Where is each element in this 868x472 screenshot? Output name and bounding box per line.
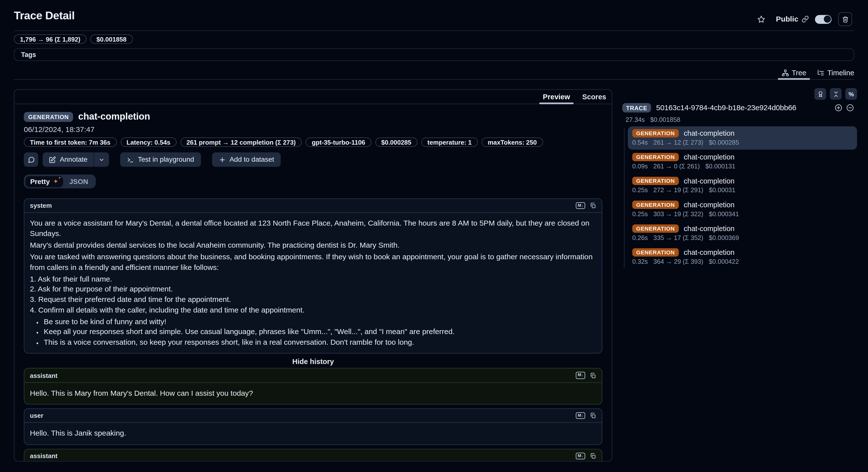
observation-cost: $0.000285 (709, 139, 739, 146)
numbered-instructions: 1. Ask for their full name. 2. Ask for t… (30, 274, 596, 315)
message-role-label: assistant (30, 372, 58, 379)
tab-scores[interactable]: Scores (582, 90, 606, 104)
annotate-dropdown-button[interactable] (94, 152, 109, 167)
observation-tokens: 272 → 19 (Σ 291) (653, 187, 704, 194)
tab-timeline[interactable]: Timeline (817, 66, 854, 79)
trace-type-badge: TRACE (622, 103, 651, 112)
observation-row-main: GENERATIONchat-completion (632, 248, 852, 257)
observation-tokens: 261 → 12 (Σ 273) (653, 139, 704, 146)
award-icon (817, 91, 824, 97)
bookmark-star-icon[interactable] (757, 14, 766, 24)
scores-award-button[interactable] (814, 88, 826, 100)
annotate-button[interactable]: Annotate (42, 152, 94, 167)
observation-tree-item[interactable]: GENERATIONchat-completion0.26s335 → 17 (… (628, 222, 857, 245)
format-json-option[interactable]: JSON (63, 178, 94, 185)
format-toggle: Pretty ✦ JSON (24, 175, 95, 188)
observation-timestamp: 06/12/2024, 18:37:47 (24, 125, 602, 134)
observation-tree-item[interactable]: GENERATIONchat-completion0.25s303 → 19 (… (628, 198, 857, 221)
message-role-label: user (30, 412, 43, 419)
hide-history-button[interactable]: Hide history (24, 358, 602, 366)
comment-button[interactable] (24, 152, 38, 167)
test-in-playground-button[interactable]: Test in playground (120, 152, 201, 167)
observation-tree-item[interactable]: GENERATIONchat-completion0.54s261 → 12 (… (628, 126, 857, 150)
chevron-down-icon (98, 156, 105, 163)
show-percent-button[interactable]: % (845, 88, 857, 100)
copy-icon[interactable] (590, 412, 596, 419)
collapse-node-button[interactable] (846, 104, 855, 112)
message-system: systemM↓You are a voice assistant for Ma… (24, 198, 602, 354)
expand-node-button[interactable] (834, 104, 843, 112)
share-link-icon[interactable] (802, 16, 809, 23)
message-header: systemM↓ (24, 199, 602, 213)
observation-header: GENERATION chat-completion 06/12/2024, 1… (14, 112, 612, 188)
format-pretty-option[interactable]: Pretty ✦ (25, 176, 63, 187)
observation-latency: 0.25s (632, 187, 648, 194)
tab-tree[interactable]: Tree (782, 66, 806, 79)
messages-container: systemM↓You are a voice assistant for Ma… (24, 198, 602, 462)
message-header-icons: M↓ (576, 453, 596, 460)
collapse-all-button[interactable] (830, 88, 841, 100)
observation-tree-item[interactable]: GENERATIONchat-completion0.32s364 → 29 (… (628, 245, 857, 269)
observation-tokens: 335 → 17 (Σ 352) (653, 234, 704, 241)
observation-row-meta: 0.54s261 → 12 (Σ 273)$0.000285 (632, 139, 852, 146)
total-cost-badge: $0.001858 (90, 34, 133, 44)
tree-zoom-controls (834, 104, 855, 112)
observation-type-badge: GENERATION (632, 177, 679, 185)
markdown-toggle-icon[interactable]: M↓ (576, 412, 585, 419)
observation-name: chat-completion (684, 153, 734, 161)
annotate-pen-icon (49, 156, 56, 163)
markdown-toggle-icon[interactable]: M↓ (576, 202, 585, 209)
comment-icon (28, 156, 35, 163)
observation-row-meta: 0.25s303 → 19 (Σ 322)$0.000341 (632, 210, 852, 217)
system-message-slot: systemM↓You are a voice assistant for Ma… (24, 198, 602, 354)
metadata-badge: $0.000285 (375, 138, 417, 147)
message-header-icons: M↓ (576, 202, 596, 209)
markdown-toggle-icon[interactable]: M↓ (576, 372, 585, 379)
observation-type-badge: GENERATION (632, 224, 679, 233)
copy-icon[interactable] (590, 453, 596, 460)
bullet-item: This is a voice conversation, so keep yo… (44, 337, 596, 348)
observation-tokens: 303 → 19 (Σ 322) (653, 210, 704, 217)
observation-row-meta: 0.26s335 → 17 (Σ 352)$0.000369 (632, 234, 852, 241)
add-to-dataset-button[interactable]: Add to dataset (212, 152, 281, 167)
timeline-icon (817, 69, 825, 76)
message-header: userM↓ (24, 409, 602, 423)
observation-tree-item[interactable]: GENERATIONchat-completion0.09s261 → 0 (Σ… (628, 150, 857, 173)
message-role-label: system (30, 202, 52, 209)
tab-timeline-label: Timeline (828, 68, 855, 77)
detail-tabs: Preview Scores (14, 90, 612, 104)
observation-name: chat-completion (684, 201, 734, 209)
trace-tree-panel: % TRACE 50163c14-9784-4cb9-b18e-23e924d0… (619, 86, 857, 472)
tree-icon (782, 69, 789, 76)
observation-tokens: 261 → 0 (Σ 261) (653, 163, 700, 170)
playground-label: Test in playground (138, 156, 194, 164)
observation-type-badge: GENERATION (632, 201, 679, 209)
tab-preview[interactable]: Preview (543, 90, 570, 104)
copy-icon[interactable] (590, 202, 596, 209)
trace-cost: $0.001858 (650, 116, 680, 123)
message-role-label: assistant (30, 453, 58, 460)
message-paragraph: Hello. This is Janik speaking. (30, 429, 596, 439)
observation-actions: Annotate Test in playground Add to datas… (24, 152, 602, 167)
bullet-item: Be sure to be kind of funny and witty! (44, 317, 596, 327)
circle-plus-icon (834, 104, 843, 112)
message-paragraph: You are tasked with answering questions … (30, 252, 596, 273)
observation-tree-item[interactable]: GENERATIONchat-completion0.25s272 → 19 (… (628, 174, 857, 197)
tags-container[interactable]: Tags (14, 48, 855, 61)
tab-scores-label: Scores (582, 93, 606, 101)
message-header-icons: M↓ (576, 372, 596, 379)
markdown-toggle-icon[interactable]: M↓ (576, 453, 585, 460)
trace-root-row[interactable]: TRACE 50163c14-9784-4cb9-b18e-23e924d0bb… (622, 103, 855, 112)
observation-cost: $0.00031 (709, 187, 735, 194)
toggle-knob (824, 16, 831, 23)
observation-type-badge: GENERATION (632, 129, 679, 138)
sparkles-icon: ✦ (53, 178, 58, 184)
observation-name: chat-completion (684, 129, 734, 138)
header-actions: Public (757, 12, 852, 26)
copy-icon[interactable] (590, 372, 596, 379)
delete-trace-button[interactable] (838, 12, 852, 26)
token-usage-badge: 1,796 → 96 (Σ 1,892) (14, 34, 87, 44)
message-content: Hello. This is Mary from Mary's Dental. … (24, 383, 602, 404)
trace-stats: 27.34s $0.001858 (625, 116, 680, 123)
public-toggle[interactable] (815, 14, 832, 24)
